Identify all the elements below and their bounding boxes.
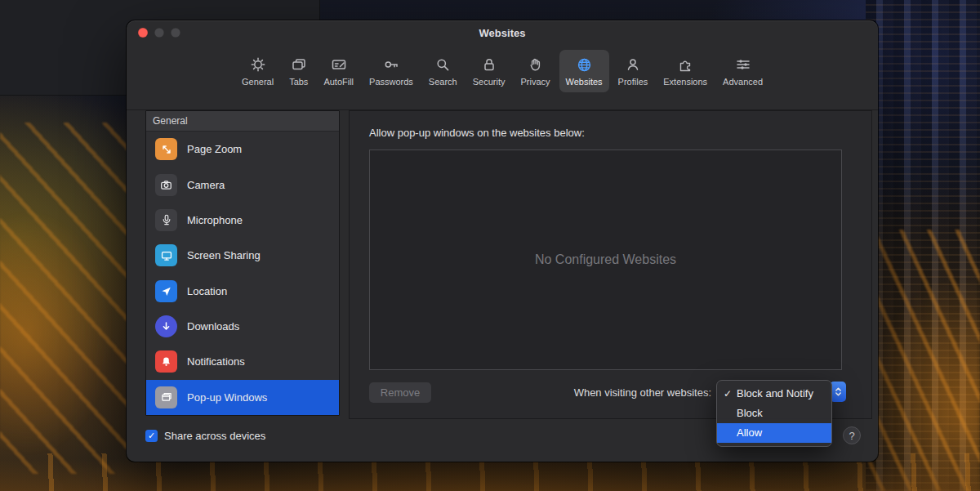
sidebar-item-page-zoom[interactable]: Page Zoom <box>146 132 339 167</box>
tab-label: Privacy <box>520 77 550 87</box>
tab-label: Tabs <box>289 77 308 87</box>
configured-websites-list: No Configured Websites <box>369 150 842 370</box>
titlebar: Websites <box>127 20 878 45</box>
lock-icon <box>481 55 497 74</box>
gear-icon <box>250 55 266 74</box>
tab-passwords[interactable]: Passwords <box>363 50 420 92</box>
window-title: Websites <box>127 20 878 47</box>
autofill-card-icon <box>331 55 347 74</box>
popup-menu: ✓ Block and Notify Block Allow <box>716 380 832 447</box>
puzzle-icon <box>677 55 693 74</box>
minimize-button[interactable] <box>154 28 164 38</box>
tab-advanced[interactable]: Advanced <box>716 50 769 92</box>
tab-label: General <box>242 77 274 87</box>
sidebar-item-downloads[interactable]: Downloads <box>146 309 339 344</box>
share-across-devices-row[interactable]: ✓ Share across devices <box>145 430 265 442</box>
key-icon <box>383 55 399 74</box>
hand-icon <box>528 55 544 74</box>
menu-item-block[interactable]: Block <box>717 404 831 423</box>
tab-label: Advanced <box>723 77 763 87</box>
camera-icon <box>155 174 177 196</box>
tab-label: Search <box>429 77 457 87</box>
share-checkbox[interactable]: ✓ <box>145 430 158 442</box>
tab-label: Websites <box>566 77 603 87</box>
page-zoom-icon <box>155 138 177 160</box>
popup-windows-panel: Allow pop-up windows on the websites bel… <box>349 110 872 419</box>
wallpaper-roads-left <box>0 123 139 474</box>
tab-privacy[interactable]: Privacy <box>514 50 556 92</box>
sidebar-item-camera[interactable]: Camera <box>146 167 339 202</box>
sidebar-item-screen-sharing[interactable]: Screen Sharing <box>146 238 339 273</box>
downloads-icon <box>155 315 177 337</box>
sidebar-item-notifications[interactable]: Notifications <box>146 344 339 379</box>
sidebar-item-microphone[interactable]: Microphone <box>146 203 339 238</box>
tab-autofill[interactable]: AutoFill <box>317 50 360 92</box>
popup-select-button[interactable] <box>830 382 846 402</box>
sliders-gear-icon <box>735 55 751 74</box>
close-button[interactable] <box>138 28 148 38</box>
zoom-button[interactable] <box>171 28 180 38</box>
empty-state-text: No Configured Websites <box>535 252 676 267</box>
sidebar-list: Page Zoom Camera <box>146 132 339 415</box>
preferences-toolbar: General Tabs AutoFill <box>127 45 878 110</box>
tab-label: Security <box>473 77 506 87</box>
tab-tabs[interactable]: Tabs <box>283 50 314 92</box>
checkmark-icon: ✓ <box>724 384 732 404</box>
tab-label: Profiles <box>618 77 648 87</box>
tab-profiles[interactable]: Profiles <box>612 50 655 92</box>
globe-icon <box>576 55 593 74</box>
when-visiting-label: When visiting other websites: <box>574 386 711 399</box>
tab-label: Passwords <box>369 77 413 87</box>
popup-windows-icon <box>155 386 177 408</box>
person-icon <box>625 55 641 74</box>
microphone-icon <box>155 209 177 231</box>
share-checkbox-label: Share across devices <box>164 430 265 442</box>
menu-item-block-and-notify[interactable]: ✓ Block and Notify <box>717 384 831 404</box>
sidebar-item-location[interactable]: Location <box>146 274 339 309</box>
tab-search[interactable]: Search <box>422 50 464 92</box>
tab-extensions[interactable]: Extensions <box>657 50 714 92</box>
safari-preferences-window: Websites General Tabs <box>127 20 878 462</box>
notifications-bell-icon <box>155 350 177 373</box>
sidebar-item-popup-windows[interactable]: Pop-up Windows <box>146 380 339 415</box>
magnifier-icon <box>434 55 451 74</box>
tab-websites[interactable]: Websites <box>559 50 609 92</box>
location-icon <box>155 280 177 302</box>
websites-sidebar: General Page Zoom Camera <box>145 110 340 416</box>
help-button[interactable]: ? <box>843 426 861 444</box>
tabs-icon <box>291 55 307 74</box>
tab-label: Extensions <box>663 77 707 87</box>
panel-heading: Allow pop-up windows on the websites bel… <box>369 127 585 139</box>
tab-security[interactable]: Security <box>466 50 512 92</box>
remove-button[interactable]: Remove <box>369 382 431 403</box>
tab-label: AutoFill <box>323 77 354 87</box>
tab-general[interactable]: General <box>235 50 280 92</box>
menu-item-allow[interactable]: Allow <box>717 423 831 443</box>
sidebar-header: General <box>146 111 339 132</box>
screen-sharing-icon <box>155 244 177 266</box>
